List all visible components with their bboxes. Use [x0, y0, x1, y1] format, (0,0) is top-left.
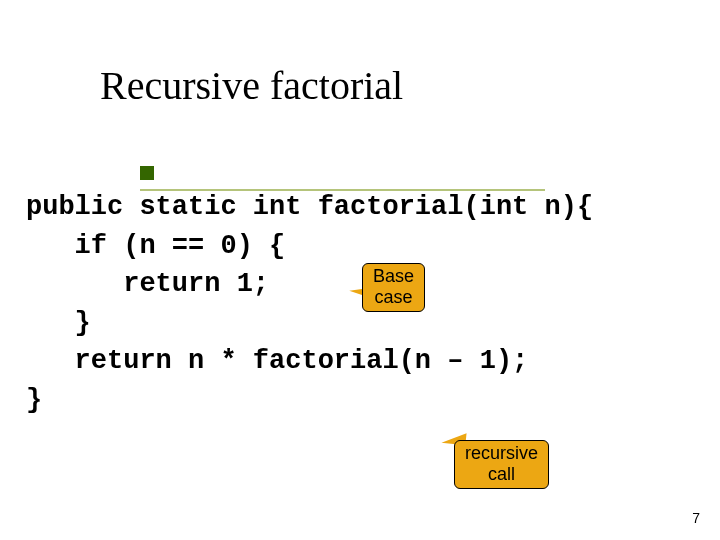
- code-line: }: [26, 385, 42, 415]
- callout-tail-icon: [441, 431, 466, 445]
- page-number: 7: [692, 510, 700, 526]
- slide: Recursive factorial public static int fa…: [0, 0, 720, 540]
- code-line: }: [26, 308, 91, 338]
- code-block: public static int factorial(int n){ if (…: [26, 188, 593, 420]
- title-bullet-icon: [140, 166, 154, 180]
- callout-recursive-call: recursive call: [454, 440, 549, 489]
- callout-tail-icon: [439, 429, 467, 446]
- code-line: return n * factorial(n – 1);: [26, 346, 528, 376]
- code-line: return 1;: [26, 269, 269, 299]
- code-line: public static int factorial(int n){: [26, 192, 593, 222]
- slide-title: Recursive factorial: [100, 62, 403, 109]
- code-line: if (n == 0) {: [26, 231, 285, 261]
- title-block: Recursive factorial: [70, 62, 403, 109]
